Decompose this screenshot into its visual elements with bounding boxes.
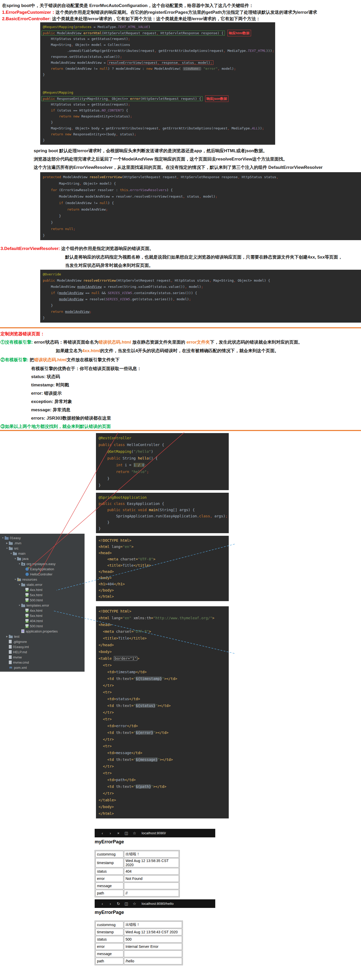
tree-item-application-properties[interactable]: application.properties (0, 628, 84, 634)
code-line: HttpStatus status = getStatus(request); (43, 102, 273, 107)
tree-item-5xx-html[interactable]: 5xx.html (0, 592, 84, 598)
paragraph: 在spring boot中，关于错误的自动配置类是 ErrorMvcAutoCo… (2, 3, 253, 8)
tree-item--mvn[interactable]: ▶.mvn (0, 541, 84, 546)
back-icon[interactable]: ‹ (98, 831, 107, 835)
text-run: 放在静态资源文件夹里面的 (131, 340, 186, 345)
code-token: errorHtml (84, 31, 102, 35)
chevron-collapsed-icon[interactable]: ▶ (5, 635, 9, 638)
punctuation: , (157, 61, 159, 65)
favorites-star-icon[interactable]: ☆ (130, 831, 138, 835)
punctuation: ; (225, 514, 227, 518)
attribute-value-cell: Internal Server Error (124, 943, 182, 950)
tree-item-mvnw-cmd[interactable]: mvnw.cmd (0, 660, 84, 665)
chevron-expanded-icon[interactable]: ▼ (1, 537, 5, 539)
code-line: @RequestMapping(produces = MediaType.TEX… (43, 24, 273, 30)
reading-list-icon[interactable]: ◫ (122, 901, 130, 906)
code-token: } (43, 304, 53, 307)
forward-icon[interactable]: › (107, 901, 115, 906)
code-token (99, 449, 107, 453)
code-token: ResponseEntity<Map<String, Object>> (55, 97, 130, 100)
address-url[interactable]: localhost:8080/ (142, 831, 166, 835)
refresh-icon[interactable]: ↻ (115, 901, 122, 906)
tree-item-org-myslayers-easy[interactable]: ▼org.myslayers.easy (0, 561, 84, 566)
tree-item-main[interactable]: ▼main (0, 551, 84, 556)
code-line: modelAndView = resolve(SERIES_VIEWS.get(… (43, 296, 358, 302)
folder-icon (17, 558, 21, 560)
code-token: .containsKey(status.series())) { (132, 291, 197, 295)
tree-item-500-html[interactable]: 500.html (0, 624, 84, 628)
punctuation: , (156, 31, 159, 35)
punctuation: , (209, 278, 212, 282)
code-token: lang (112, 544, 121, 549)
code-line: Map<String, Object> model) { (43, 180, 358, 187)
code-token: ></td> (155, 730, 169, 735)
punctuation: , (116, 132, 118, 136)
stop-icon[interactable]: × (115, 831, 122, 835)
forward-icon[interactable]: › (107, 831, 115, 835)
code-line: </html> (99, 810, 226, 817)
chevron-expanded-icon[interactable]: ▼ (17, 563, 21, 565)
text-run: 错误状态码.html (99, 340, 131, 345)
tree-item-test[interactable]: ▶test (0, 634, 84, 639)
code-line: <td>message</td> (99, 749, 226, 756)
attribute-value-cell (124, 950, 182, 957)
tree-item-404-html[interactable]: 404.html (0, 618, 84, 624)
tree-item-mvnw[interactable]: mvnw (0, 655, 84, 660)
tree-item-label: application.properties (25, 629, 58, 633)
tree-item-hellocontroller[interactable]: HelloController (0, 571, 84, 577)
code-line: return new ResponseEntity<>(status); (43, 113, 273, 119)
tree-item-src[interactable]: ▼src (0, 546, 84, 551)
attribute-name-cell: timestamp (95, 858, 124, 867)
tree-item-500-html[interactable]: 500.html (0, 598, 84, 603)
tree-item--gitignore[interactable]: .gitignore (0, 639, 84, 644)
code-token: 0 (142, 463, 145, 467)
tree-item-01easy[interactable]: ▼01easy (0, 535, 84, 541)
chevron-expanded-icon[interactable]: ▼ (13, 558, 17, 560)
code-token: && (100, 291, 108, 295)
code-line: <td th:text="${error}"></td> (99, 729, 226, 736)
paragraph: 浏览器这部分代码处理完请求之后返回了一个ModelAndView 指定响应的页面… (34, 156, 288, 162)
folder-icon (9, 542, 13, 545)
punctuation: ; (145, 463, 146, 467)
code-token: = (131, 730, 133, 735)
back-icon[interactable]: ‹ (98, 901, 107, 906)
tree-item-4xx-html[interactable]: 4xx.html (0, 608, 84, 613)
tree-item-java[interactable]: ▼java (0, 556, 84, 561)
code-token: SpringApplication.run(EasyApplication. (99, 514, 199, 518)
paragraph: message: 异常消息 (31, 407, 70, 413)
tree-item-help-md[interactable]: HELP.md (0, 649, 84, 655)
text-run: timestamp: 时间戳 (31, 382, 69, 387)
attribute-name-cell: message (95, 883, 124, 889)
tree-item-01easy-iml[interactable]: 01easy.iml (0, 644, 84, 649)
code-token: @Override (43, 272, 61, 276)
code-line: ModelAndView modelAndView = resolveError… (43, 60, 273, 65)
tree-item-templates-error[interactable]: ▼templates.error (0, 603, 84, 608)
code-line: @SpringBootApplication (99, 494, 226, 501)
tree-item-label: java (22, 557, 29, 561)
text-run: 定制浏览器错误页面： (0, 331, 45, 336)
tree-item-4xx-html[interactable]: 4xx.html (0, 587, 84, 592)
chevron-expanded-icon[interactable]: ▼ (17, 604, 21, 606)
punctuation: ; (215, 194, 217, 198)
chevron-expanded-icon[interactable]: ▼ (5, 547, 9, 549)
code-token: Title (118, 636, 129, 640)
reading-list-icon[interactable]: ◫ (122, 831, 130, 835)
tree-item-resources[interactable]: ▼resources (0, 577, 84, 582)
favorites-star-icon[interactable]: ☆ (130, 901, 138, 906)
address-url[interactable]: localhost:8080/hello (142, 902, 173, 905)
code-token: = (131, 676, 133, 681)
chevron-expanded-icon[interactable]: ▼ (13, 578, 17, 581)
tree-item-5xx-html[interactable]: 5xx.html (0, 613, 84, 618)
code-token: public (43, 31, 55, 35)
tree-item-static-error[interactable]: ▼static.error (0, 582, 84, 587)
chevron-expanded-icon[interactable]: ▼ (17, 584, 21, 586)
code-token: = MediaType. (92, 25, 118, 29)
tree-item-easyapplication[interactable]: EasyApplication (0, 566, 84, 571)
code-token: @RequestMapping (43, 25, 73, 29)
code-line: return new ResponseEntity<>(body, status… (43, 131, 273, 137)
tree-item-pom-xml[interactable]: mpom.xml (0, 665, 84, 670)
text-run: 有模板引擎的优势在于：你可在错误页面获取一些讯息： (31, 366, 142, 371)
chevron-collapsed-icon[interactable]: ▶ (5, 542, 9, 544)
page-heading: myErrorPage (95, 910, 124, 915)
chevron-expanded-icon[interactable]: ▼ (10, 552, 13, 555)
